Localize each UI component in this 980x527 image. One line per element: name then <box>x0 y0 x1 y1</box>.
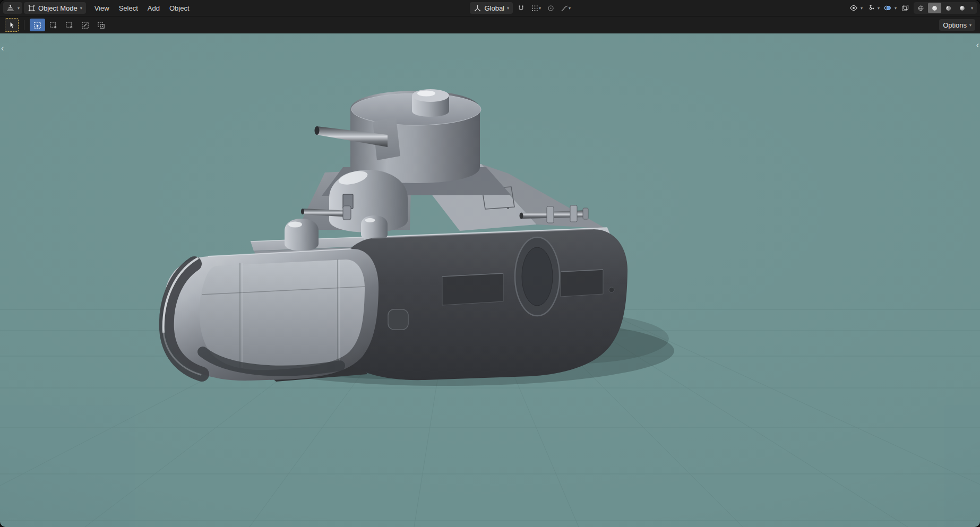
select-mode-extend-button[interactable] <box>46 19 61 31</box>
object-mode-icon <box>28 4 36 12</box>
xray-icon <box>901 4 909 12</box>
viewport-3d[interactable]: ‹ ‹ <box>0 33 980 527</box>
viewport-header: ▾ Object Mode ▾ View Select Add Object <box>0 0 980 16</box>
tank-model[interactable] <box>0 33 980 527</box>
overlays-group: ▾ <box>882 2 898 14</box>
snap-toggle[interactable] <box>515 2 527 14</box>
falloff-curve-icon <box>561 4 569 12</box>
chevron-down-icon: ▾ <box>539 6 541 11</box>
chevron-down-icon: ▾ <box>569 6 571 11</box>
menu-add[interactable]: Add <box>143 2 165 14</box>
shading-wireframe-button[interactable] <box>914 3 927 13</box>
menu-view[interactable]: View <box>90 2 114 14</box>
shading-wireframe-icon <box>917 4 924 12</box>
blender-window: ▾ Object Mode ▾ View Select Add Object <box>0 0 980 527</box>
shading-rendered-button[interactable] <box>956 3 969 13</box>
options-dropdown[interactable]: Options ▾ <box>939 19 975 31</box>
shading-rendered-icon <box>959 4 966 12</box>
menu-object[interactable]: Object <box>165 2 194 14</box>
gizmos-group: ▾ <box>865 2 881 14</box>
gizmos-icon <box>866 4 875 12</box>
chevron-down-icon: ▾ <box>971 6 973 11</box>
chevron-down-icon: ▾ <box>895 6 897 11</box>
gizmos-toggle[interactable] <box>865 2 876 14</box>
sidebar-region-toggle[interactable]: ‹ <box>976 41 979 49</box>
select-mode-intersect-icon <box>97 21 105 29</box>
toolbar-separator <box>24 20 24 30</box>
header-center-group: Global ▾ ▾ <box>194 2 848 14</box>
header-right-group: ▾ ▾ <box>848 2 977 14</box>
visibility-group: ▾ <box>848 2 864 14</box>
shading-solid-icon <box>931 4 938 12</box>
visibility-toggle[interactable] <box>848 2 859 14</box>
select-mode-intersect-button[interactable] <box>93 19 109 31</box>
visibility-eye-icon <box>849 4 858 12</box>
snap-increment-icon <box>531 4 539 12</box>
menu-bar: View Select Add Object <box>90 2 194 14</box>
shading-dropdown[interactable]: ▾ <box>969 3 975 13</box>
shading-material-icon <box>945 4 952 12</box>
active-tool-button[interactable] <box>5 18 19 32</box>
mode-selector[interactable]: Object Mode ▾ <box>24 2 86 14</box>
snap-with-dropdown[interactable]: ▾ <box>529 2 543 14</box>
chevron-down-icon: ▾ <box>18 6 20 11</box>
orientation-axes-icon <box>474 4 482 12</box>
shading-material-button[interactable] <box>942 3 955 13</box>
select-mode-invert-button[interactable] <box>78 19 93 31</box>
xray-toggle[interactable] <box>899 2 911 14</box>
chevron-down-icon: ▾ <box>507 6 509 11</box>
orientation-label: Global <box>484 4 504 12</box>
select-mode-new-button[interactable] <box>30 19 45 31</box>
proportional-editing-icon <box>547 4 555 12</box>
chevron-down-icon: ▾ <box>878 6 880 11</box>
chevron-down-icon: ▾ <box>861 6 863 11</box>
transform-orientation-dropdown[interactable]: Global ▾ <box>470 2 513 14</box>
editor-type-icon <box>6 4 15 13</box>
shading-mode-group: ▾ <box>914 2 977 14</box>
select-mode-subtract-icon <box>65 21 73 29</box>
toolbar-region-toggle[interactable]: ‹ <box>1 44 4 53</box>
chevron-down-icon: ▾ <box>969 23 972 28</box>
editor-type-button[interactable]: ▾ <box>3 2 22 14</box>
proportional-falloff-dropdown[interactable]: ▾ <box>559 2 572 14</box>
overlays-toggle[interactable] <box>882 2 893 14</box>
header-left-group: ▾ Object Mode ▾ View Select Add Object <box>3 2 194 14</box>
gizmos-dropdown[interactable]: ▾ <box>876 2 881 14</box>
select-mode-subtract-button[interactable] <box>62 19 77 31</box>
select-mode-extend-icon <box>49 21 57 29</box>
proportional-editing-toggle[interactable] <box>545 2 556 14</box>
select-mode-group <box>30 19 109 31</box>
menu-select[interactable]: Select <box>114 2 143 14</box>
mode-selector-label: Object Mode <box>38 4 78 12</box>
overlays-icon <box>883 4 892 12</box>
options-label: Options <box>943 21 967 29</box>
select-mode-new-icon <box>33 21 41 29</box>
overlays-dropdown[interactable]: ▾ <box>893 2 898 14</box>
tank-left-track <box>163 249 379 381</box>
shading-solid-button[interactable] <box>928 3 941 13</box>
snap-magnet-icon <box>517 4 525 12</box>
select-mode-invert-icon <box>81 21 89 29</box>
tool-settings-bar: Options ▾ <box>0 16 980 33</box>
tweak-tool-icon <box>8 21 16 29</box>
visibility-dropdown[interactable]: ▾ <box>859 2 864 14</box>
chevron-down-icon: ▾ <box>80 6 82 11</box>
